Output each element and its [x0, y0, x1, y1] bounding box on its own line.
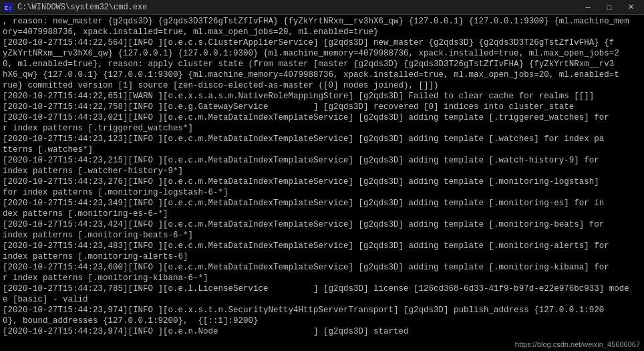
close-button[interactable]: ✕	[621, 1, 640, 13]
titlebar-title: C:\WINDOWS\system32\cmd.exe	[17, 3, 147, 12]
watermark: https://blog.csdn.net/weixin_45606067	[515, 340, 640, 348]
minimize-button[interactable]: ─	[579, 1, 597, 13]
terminal-output: , reason: new_master {g2qds3D} {g2qds3D3…	[3, 16, 641, 337]
titlebar: C: C:\WINDOWS\system32\cmd.exe ─ □ ✕	[0, 0, 644, 15]
terminal-body: , reason: new_master {g2qds3D} {g2qds3D3…	[0, 15, 644, 351]
maximize-button[interactable]: □	[600, 1, 619, 13]
titlebar-left: C: C:\WINDOWS\system32\cmd.exe	[4, 3, 147, 12]
cmd-icon: C:	[4, 3, 13, 12]
svg-text:C:: C:	[5, 5, 12, 12]
titlebar-controls: ─ □ ✕	[579, 1, 640, 13]
